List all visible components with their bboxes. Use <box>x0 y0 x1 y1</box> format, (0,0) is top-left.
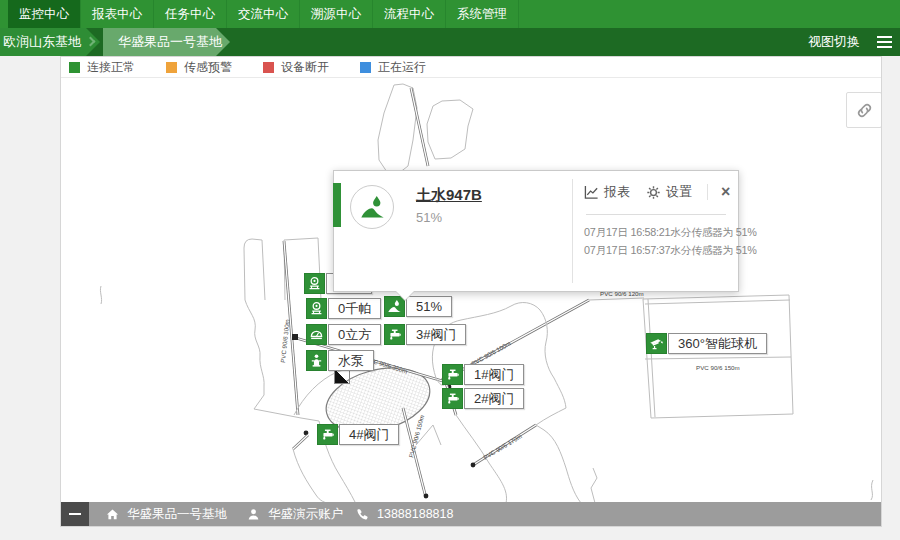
soil-moisture-icon <box>350 185 394 229</box>
map-marker-51%[interactable]: 51% <box>384 296 452 317</box>
popup-accent-strip <box>333 183 341 227</box>
map-marker-3#阀门[interactable]: 3#阀门 <box>384 324 466 345</box>
breadcrumb-label: 华盛果品一号基地 <box>118 34 222 49</box>
popup-title: 土水947B <box>416 186 482 205</box>
valve-icon <box>317 424 338 445</box>
breadcrumb: 欧润山东基地 华盛果品一号基地 视图切换 <box>0 28 900 56</box>
chart-icon <box>584 185 599 200</box>
map-marker-360°智能球机[interactable]: 360°智能球机 <box>646 333 767 354</box>
map-marker-2#阀门[interactable]: 2#阀门 <box>442 388 524 409</box>
sensor-popup: 土水947B 51% 报表 设置 × 07月17日 16:58:21水分传感器为… <box>333 170 739 292</box>
map-marker-1#阀门[interactable]: 1#阀门 <box>442 364 524 385</box>
legend-item-0: 连接正常 <box>69 59 135 76</box>
map-marker-水泵[interactable]: 水泵 <box>306 350 374 371</box>
pipe-label: PVC 90/6 100m <box>470 340 512 367</box>
report-label: 报表 <box>604 183 630 201</box>
pipe-label: PVC 90/6 170m <box>482 432 523 461</box>
legend-color-swatch <box>263 62 274 73</box>
legend-color-swatch <box>69 62 80 73</box>
pump-icon <box>306 350 327 371</box>
home-icon <box>106 508 119 521</box>
map-marker-0立方[interactable]: 0立方 <box>306 324 381 345</box>
nav-item-1[interactable]: 报表中心 <box>81 0 154 28</box>
map-marker-4#阀门[interactable]: 4#阀门 <box>317 424 399 445</box>
close-button[interactable]: × <box>721 183 730 201</box>
popup-value: 51% <box>416 210 442 225</box>
meter-icon <box>306 298 327 319</box>
nav-item-2[interactable]: 任务中心 <box>154 0 227 28</box>
settings-button[interactable]: 设置 <box>646 183 692 201</box>
pipe-label: PVC 90/6 150m <box>696 364 740 371</box>
divider <box>707 184 708 200</box>
legend-label: 设备断开 <box>281 59 329 76</box>
log-line-1: 07月17日 16:57:37水分传感器为 51% <box>584 241 757 259</box>
report-button[interactable]: 报表 <box>584 183 630 201</box>
marker-label: 0千帕 <box>328 298 381 319</box>
breadcrumb-label: 欧润山东基地 <box>3 34 81 49</box>
marker-label: 3#阀门 <box>406 324 466 345</box>
divider <box>572 179 573 283</box>
popup-logs: 07月17日 16:58:21水分传感器为 51%07月17日 16:57:37… <box>584 223 757 259</box>
legend-label: 传感预警 <box>184 59 232 76</box>
user-icon <box>247 508 260 521</box>
main-panel: 连接正常传感预警设备断开正在运行 <box>60 56 882 527</box>
marker-label: 2#阀门 <box>464 388 524 409</box>
map-area[interactable]: PVC 90/6 300mPVC 90/6 350mPVC 90/6 100mP… <box>61 78 881 503</box>
phone-icon <box>356 508 369 521</box>
camera-icon <box>646 333 667 354</box>
legend-item-1: 传感预警 <box>166 59 232 76</box>
statusbar-base[interactable]: 华盛果品一号基地 <box>106 506 227 523</box>
legend-color-swatch <box>166 62 177 73</box>
legend-item-2: 设备断开 <box>263 59 329 76</box>
legend-item-3: 正在运行 <box>360 59 426 76</box>
statusbar-phone-label: 13888188818 <box>377 507 453 521</box>
breadcrumb-item-current[interactable]: 华盛果品一号基地 <box>103 28 230 56</box>
menu-icon[interactable] <box>877 36 892 48</box>
nav-item-3[interactable]: 交流中心 <box>227 0 300 28</box>
nav-item-4[interactable]: 溯源中心 <box>300 0 373 28</box>
legend-label: 正在运行 <box>378 59 426 76</box>
marker-label: 1#阀门 <box>464 364 524 385</box>
marker-label: 水泵 <box>328 350 374 371</box>
valve-icon <box>384 324 405 345</box>
marker-label: 4#阀门 <box>339 424 399 445</box>
nav-item-6[interactable]: 系统管理 <box>446 0 519 28</box>
marker-label: 360°智能球机 <box>668 333 767 354</box>
view-switch-button[interactable]: 视图切换 <box>808 28 860 56</box>
popup-tail <box>396 291 414 300</box>
statusbar-base-label: 华盛果品一号基地 <box>127 506 227 523</box>
map-marker-0千帕[interactable]: 0千帕 <box>306 298 381 319</box>
marker-label: 0立方 <box>328 324 381 345</box>
legend-color-swatch <box>360 62 371 73</box>
meter-icon <box>304 273 325 294</box>
valve-icon <box>442 388 463 409</box>
gear-icon <box>646 185 661 200</box>
statusbar-phone[interactable]: 13888188818 <box>356 507 453 521</box>
flow-icon <box>306 324 327 345</box>
nav-item-0[interactable]: 监控中心 <box>8 0 81 28</box>
nav-item-5[interactable]: 流程中心 <box>373 0 446 28</box>
collapse-button[interactable] <box>61 502 89 526</box>
statusbar-account[interactable]: 华盛演示账户 <box>247 506 343 523</box>
log-line-0: 07月17日 16:58:21水分传感器为 51% <box>584 223 757 241</box>
breadcrumb-item-base[interactable]: 欧润山东基地 <box>0 28 100 56</box>
pipe-label: PVC 90/6 300m <box>279 319 291 363</box>
top-nav: 监控中心报表中心任务中心交流中心溯源中心流程中心系统管理 <box>0 0 900 28</box>
valve-icon <box>442 364 463 385</box>
status-bar: 华盛果品一号基地 华盛演示账户 13888188818 <box>61 502 881 526</box>
legend-label: 连接正常 <box>87 59 135 76</box>
statusbar-account-label: 华盛演示账户 <box>268 506 343 523</box>
link-icon <box>855 101 874 120</box>
link-button[interactable] <box>846 92 881 128</box>
status-legend: 连接正常传感预警设备断开正在运行 <box>61 57 881 78</box>
divider <box>586 214 726 215</box>
settings-label: 设置 <box>666 183 692 201</box>
